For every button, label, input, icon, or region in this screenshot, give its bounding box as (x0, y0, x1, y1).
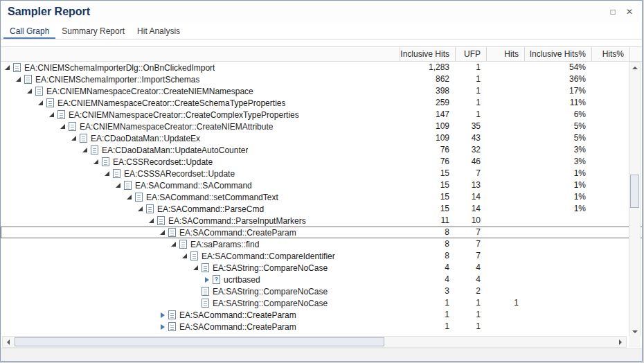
node-label: EA:SACommand::CreateParam (179, 322, 296, 332)
tree-row[interactable]: EA:SACommand::ParseCmd15141% (1, 203, 643, 215)
vertical-scrollbar-thumb[interactable] (630, 175, 639, 208)
inclusive-hits-cell: 1 (400, 309, 455, 321)
tree-row[interactable]: EA:CSSSARecordset::Update1571% (1, 168, 643, 179)
tree-row[interactable]: EA:SAString::CompareNoCase111 (1, 297, 643, 309)
right-arrow-icon (619, 339, 622, 345)
inclusive-hits-pct-cell: 3% (524, 144, 591, 156)
tree-row[interactable]: EA:CDaoDataMan::UpdateAutoCounter76323% (1, 144, 643, 156)
ufp-cell: 2 (455, 285, 486, 297)
question-file-icon: ? (213, 275, 220, 284)
tree-row[interactable]: EA:SACommand::CreateParam11 (1, 309, 643, 321)
tree-row[interactable]: ?ucrtbased44 (1, 274, 643, 285)
inclusive-hits-cell: 259 (400, 97, 455, 109)
expanded-triangle-icon[interactable] (92, 158, 100, 166)
column-header-hits[interactable]: Hits% (591, 47, 629, 61)
tree-row[interactable]: EA:SAString::CompareNoCase44 (1, 262, 643, 274)
inclusive-hits-cell: 4 (400, 274, 455, 285)
tree-row-selected[interactable]: EA:SACommand::CreateParam87 (1, 227, 643, 238)
expanded-triangle-icon[interactable] (114, 182, 123, 190)
tree-row[interactable]: EA:saParams::find87 (1, 238, 643, 250)
column-header-row: Inclusive HitsUFPHitsInclusive Hits%Hits… (1, 46, 643, 62)
tree-row[interactable]: EA:CNIEMNamespaceCreator::CreateNIEMName… (1, 85, 643, 97)
horizontal-scrollbar[interactable] (2, 336, 627, 348)
expanded-triangle-icon[interactable] (70, 134, 78, 143)
tab-summary-report[interactable]: Summary Report (55, 23, 131, 39)
collapsed-triangle-icon[interactable] (159, 311, 167, 319)
collapsed-triangle-icon[interactable] (159, 323, 167, 331)
expanded-triangle-icon[interactable] (192, 264, 200, 272)
tree-row[interactable]: EA:CNIEMNamespaceCreator::CreateComplexT… (1, 109, 643, 121)
expanded-triangle-icon[interactable] (170, 240, 178, 249)
column-header-inclusive-hits[interactable]: Inclusive Hits% (524, 47, 591, 61)
tree-row[interactable]: EA:SACommand::CompareIdentifier87 (1, 250, 643, 262)
inclusive-hits-cell: 15 (400, 191, 455, 203)
document-icon (46, 98, 54, 107)
node-label: EA:CSSRecordset::Update (113, 157, 213, 167)
expanded-triangle-icon[interactable] (103, 170, 111, 178)
expanded-triangle-icon[interactable] (59, 123, 67, 131)
expanded-triangle-icon[interactable] (81, 146, 89, 154)
expanded-triangle-icon[interactable] (37, 99, 45, 107)
scroll-left-button[interactable] (3, 337, 14, 347)
node-label: EA:CDaoDataMan::UpdateEx (91, 134, 200, 143)
ufp-cell: 7 (455, 227, 486, 238)
tree-row[interactable]: EA:SAString::CompareNoCase32 (1, 285, 643, 297)
ufp-cell: 1 (455, 321, 486, 333)
document-icon (157, 216, 165, 225)
expanded-triangle-icon[interactable] (147, 217, 156, 225)
tree-row[interactable]: EA:CSSRecordset::Update76463% (1, 156, 643, 168)
close-icon[interactable]: ✕ (621, 4, 638, 19)
tree-row[interactable]: EA:SACommand::setCommandText15141% (1, 191, 643, 203)
scroll-right-button[interactable] (615, 337, 626, 347)
tree-row[interactable]: EA:CNIEMSchemaImporterDlg::OnBnClickedIm… (1, 62, 643, 73)
inclusive-hits-pct-cell: 17% (524, 85, 591, 97)
column-header-ufp[interactable]: UFP (455, 47, 486, 61)
expanded-triangle-icon[interactable] (26, 87, 34, 96)
inclusive-hits-pct-cell: 1% (524, 191, 591, 203)
node-label: ucrtbased (224, 275, 260, 285)
scroll-up-button[interactable] (629, 62, 640, 73)
node-label: EA:CNIEMNamespaceCreator::CreateNIEMName… (46, 87, 253, 96)
document-icon (168, 310, 176, 319)
maximize-icon[interactable]: □ (605, 4, 621, 19)
expander-placeholder (192, 299, 200, 308)
node-label: EA:SACommand::CreateParam (179, 310, 296, 320)
inclusive-hits-cell: 3 (400, 285, 455, 297)
tree-row[interactable]: EA:CNIEMSchemaImporter::ImportSchemas862… (1, 73, 643, 85)
expanded-triangle-icon[interactable] (15, 76, 23, 84)
tree-row[interactable]: EA:SACommand::ParseInputMarkers1110 (1, 215, 643, 227)
tree-row[interactable]: EA:CNIEMNamespaceCreator::CreateNIEMAttr… (1, 121, 643, 132)
ufp-cell: 4 (455, 262, 486, 274)
collapsed-triangle-icon[interactable] (203, 276, 211, 284)
inclusive-hits-cell: 1 (400, 321, 455, 333)
vertical-scrollbar[interactable] (629, 62, 641, 338)
tree-row[interactable]: EA:SACommand::SACommand15131% (1, 179, 643, 191)
expanded-triangle-icon[interactable] (3, 64, 12, 72)
ufp-cell: 7 (455, 168, 486, 179)
tab-hit-analysis[interactable]: Hit Analysis (131, 23, 186, 39)
ufp-cell: 1 (455, 109, 486, 121)
node-label: EA:CNIEMNamespaceCreator::CreateComplexT… (69, 110, 299, 120)
document-icon (80, 134, 87, 143)
window-title: Sampler Report (8, 6, 605, 18)
bottom-strip (1, 348, 643, 361)
expanded-triangle-icon[interactable] (181, 252, 189, 260)
column-header-hits[interactable]: Hits (486, 47, 524, 61)
up-arrow-icon (632, 67, 638, 69)
column-header-inclusive-hits[interactable]: Inclusive Hits (400, 47, 455, 61)
tree-row[interactable]: EA:CNIEMNamespaceCreator::CreateSchemaTy… (1, 97, 643, 109)
tab-call-graph[interactable]: Call Graph (3, 23, 55, 39)
tree-row[interactable]: EA:SACommand::CreateParam11 (1, 321, 643, 333)
node-label: EA:SACommand::CreateParam (179, 228, 296, 238)
down-arrow-icon (632, 330, 638, 333)
tree-row[interactable]: EA:CDaoDataMan::UpdateEx109435% (1, 132, 643, 144)
ufp-cell: 14 (455, 191, 486, 203)
inclusive-hits-cell: 862 (400, 73, 455, 85)
inclusive-hits-pct-cell: 5% (524, 121, 591, 132)
expanded-triangle-icon[interactable] (48, 111, 56, 119)
expanded-triangle-icon[interactable] (125, 193, 134, 202)
expanded-triangle-icon[interactable] (136, 205, 145, 213)
expanded-triangle-icon[interactable] (159, 229, 167, 237)
horizontal-scrollbar-thumb[interactable] (15, 337, 384, 346)
document-icon (124, 181, 132, 190)
